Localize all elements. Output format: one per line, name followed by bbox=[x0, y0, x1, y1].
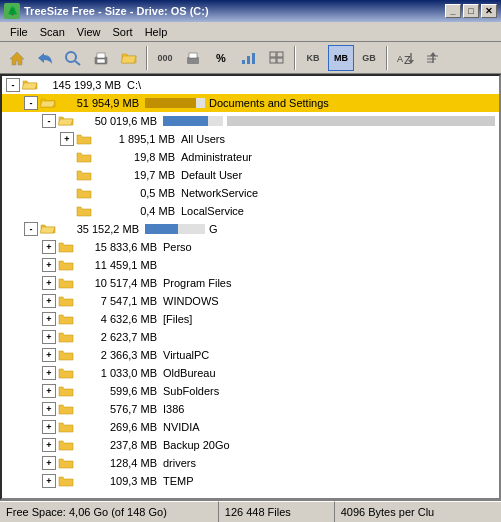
menu-file[interactable]: File bbox=[4, 24, 34, 40]
size-bar bbox=[145, 224, 205, 234]
folder-icon bbox=[58, 240, 74, 254]
expand-button[interactable]: + bbox=[42, 276, 56, 290]
title-bar-left: 🌲 TreeSize Free - Size - Drive: OS (C:) bbox=[4, 3, 209, 19]
expand-button[interactable]: - bbox=[42, 114, 56, 128]
gb-button[interactable]: GB bbox=[356, 45, 382, 71]
folder-icon bbox=[58, 384, 74, 398]
tree-row[interactable]: + 237,8 MBBackup 20Go bbox=[2, 436, 499, 454]
percent-button[interactable]: % bbox=[208, 45, 234, 71]
expand-button[interactable]: + bbox=[42, 312, 56, 326]
size-value: 15 833,6 MB bbox=[77, 241, 157, 253]
menu-help[interactable]: Help bbox=[139, 24, 174, 40]
expand-button[interactable]: + bbox=[42, 330, 56, 344]
tree-row[interactable]: + 2 623,7 MB bbox=[2, 328, 499, 346]
tree-row[interactable]: - 51 954,9 MBDocuments and Settings bbox=[2, 94, 499, 112]
svg-rect-9 bbox=[247, 56, 250, 64]
status-free-space: Free Space: 4,06 Go (of 148 Go) bbox=[0, 501, 219, 522]
item-name: OldBureau bbox=[163, 367, 495, 379]
folder-icon bbox=[58, 366, 74, 380]
expand-button[interactable]: + bbox=[42, 420, 56, 434]
item-name: TEMP bbox=[163, 475, 495, 487]
main-content: - 145 199,3 MBC:\- 51 954,9 MBDocuments … bbox=[0, 74, 501, 500]
expand-button[interactable]: + bbox=[42, 402, 56, 416]
expand-button[interactable]: + bbox=[42, 474, 56, 488]
kb-button[interactable]: KB bbox=[300, 45, 326, 71]
tree-row[interactable]: + 11 459,1 MB bbox=[2, 256, 499, 274]
svg-rect-8 bbox=[242, 60, 245, 64]
expand-button[interactable]: - bbox=[24, 96, 38, 110]
expand-button[interactable]: - bbox=[6, 78, 20, 92]
tree-row[interactable]: + 269,6 MBNVIDIA bbox=[2, 418, 499, 436]
separator3 bbox=[386, 46, 388, 70]
expand-button[interactable]: + bbox=[42, 456, 56, 470]
tree-row[interactable]: - 35 152,2 MBG bbox=[2, 220, 499, 238]
svg-rect-13 bbox=[270, 58, 276, 63]
menu-view[interactable]: View bbox=[71, 24, 107, 40]
folder-icon bbox=[76, 186, 92, 200]
app-icon: 🌲 bbox=[4, 3, 20, 19]
expand-button[interactable]: + bbox=[42, 294, 56, 308]
minimize-button[interactable]: _ bbox=[445, 4, 461, 18]
tree-row[interactable]: 19,7 MBDefault User bbox=[2, 166, 499, 184]
print2-button[interactable] bbox=[180, 45, 206, 71]
expand-button[interactable]: + bbox=[42, 384, 56, 398]
svg-rect-12 bbox=[277, 52, 283, 57]
tree-row[interactable]: + 1 895,1 MBAll Users bbox=[2, 130, 499, 148]
expand-button[interactable]: + bbox=[42, 366, 56, 380]
item-name: C:\ bbox=[127, 79, 495, 91]
size-value: 599,6 MB bbox=[77, 385, 157, 397]
svg-rect-4 bbox=[97, 53, 105, 58]
tree-row[interactable]: - 50 019,6 MB bbox=[2, 112, 499, 130]
home-button[interactable] bbox=[4, 45, 30, 71]
size-value: 50 019,6 MB bbox=[77, 115, 157, 127]
sort-desc-button[interactable] bbox=[420, 45, 446, 71]
tree-row[interactable]: + 15 833,6 MBPerso bbox=[2, 238, 499, 256]
chart-button[interactable] bbox=[236, 45, 262, 71]
tree-row[interactable]: + 2 366,3 MBVirtualPC bbox=[2, 346, 499, 364]
svg-marker-20 bbox=[430, 52, 436, 56]
expand-button[interactable]: + bbox=[42, 438, 56, 452]
size-bar-button[interactable]: 000 bbox=[152, 45, 178, 71]
item-name: All Users bbox=[181, 133, 495, 145]
svg-text:A: A bbox=[397, 54, 403, 64]
tree-row[interactable]: + 7 547,1 MBWINDOWS bbox=[2, 292, 499, 310]
tree-row[interactable]: + 128,4 MBdrivers bbox=[2, 454, 499, 472]
folder-open-button[interactable] bbox=[116, 45, 142, 71]
folder-icon bbox=[58, 456, 74, 470]
size-value: 128,4 MB bbox=[77, 457, 157, 469]
expand-button[interactable]: - bbox=[24, 222, 38, 236]
tree-row[interactable]: 0,5 MBNetworkService bbox=[2, 184, 499, 202]
size-value: 109,3 MB bbox=[77, 475, 157, 487]
svg-rect-10 bbox=[252, 53, 255, 64]
tree-row[interactable]: + 1 033,0 MBOldBureau bbox=[2, 364, 499, 382]
scan-btn[interactable] bbox=[60, 45, 86, 71]
item-name: VirtualPC bbox=[163, 349, 495, 361]
expand-button[interactable]: + bbox=[60, 132, 74, 146]
menu-scan[interactable]: Scan bbox=[34, 24, 71, 40]
tree-row[interactable]: + 576,7 MBI386 bbox=[2, 400, 499, 418]
size-value: 145 199,3 MB bbox=[41, 79, 121, 91]
tree-row[interactable]: 19,8 MBAdministrateur bbox=[2, 148, 499, 166]
expand-button[interactable]: + bbox=[42, 348, 56, 362]
menu-sort[interactable]: Sort bbox=[106, 24, 138, 40]
expand-button[interactable]: + bbox=[42, 258, 56, 272]
tree-row[interactable]: + 10 517,4 MBProgram Files bbox=[2, 274, 499, 292]
title-buttons[interactable]: _ □ ✕ bbox=[445, 4, 497, 18]
close-button[interactable]: ✕ bbox=[481, 4, 497, 18]
folder-icon bbox=[58, 474, 74, 488]
size-bar bbox=[145, 98, 205, 108]
tree-row[interactable]: + 599,6 MBSubFolders bbox=[2, 382, 499, 400]
tree-row[interactable]: 0,4 MBLocalService bbox=[2, 202, 499, 220]
tree-row[interactable]: - 145 199,3 MBC:\ bbox=[2, 76, 499, 94]
tree-row[interactable]: + 109,3 MBTEMP bbox=[2, 472, 499, 490]
back-button[interactable] bbox=[32, 45, 58, 71]
size-value: 19,8 MB bbox=[95, 151, 175, 163]
maximize-button[interactable]: □ bbox=[463, 4, 479, 18]
expand-button[interactable]: + bbox=[42, 240, 56, 254]
grid-button[interactable] bbox=[264, 45, 290, 71]
tree-view[interactable]: - 145 199,3 MBC:\- 51 954,9 MBDocuments … bbox=[0, 74, 501, 500]
mb-button[interactable]: MB bbox=[328, 45, 354, 71]
print-button[interactable] bbox=[88, 45, 114, 71]
sort-asc-button[interactable]: A Z bbox=[392, 45, 418, 71]
tree-row[interactable]: + 4 632,6 MB[Files] bbox=[2, 310, 499, 328]
